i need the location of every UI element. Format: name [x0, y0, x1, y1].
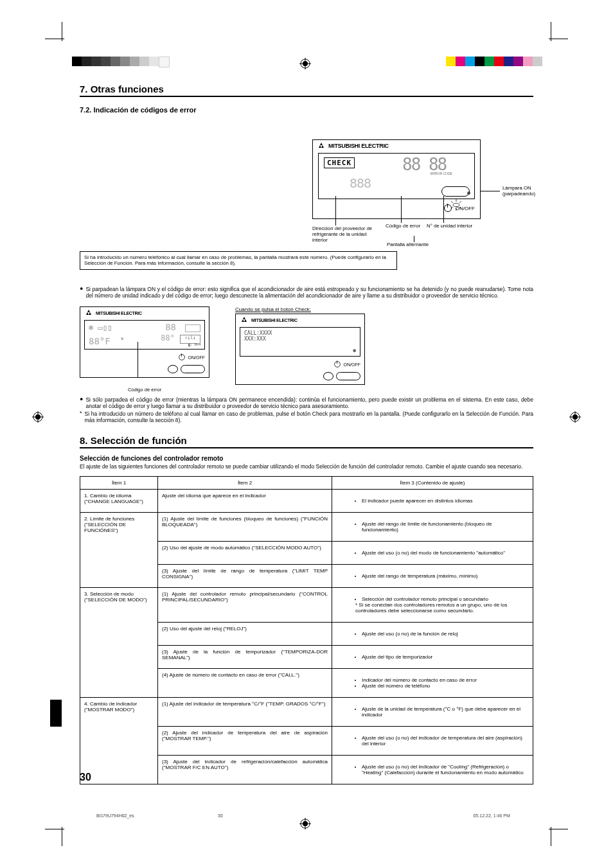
table-row: 1. Cambio de idioma ("CHANGE LANGUAGE")A…	[80, 490, 533, 513]
small-figures-row: MITSUBISHI ELECTRIC ❄ ▭▯▯ 88 88°F ⇅ 88° …	[80, 306, 533, 393]
button-shape	[336, 372, 360, 380]
table-row: 2. Límite de funciones ("SELECCIÓN DE FU…	[80, 513, 533, 542]
item1-cell: 3. Selección de modo ("SELECCIÓN DE MODO…	[80, 588, 158, 698]
table-header-1: Ítem 1	[80, 477, 158, 490]
registration-mark-icon	[32, 411, 44, 423]
svg-line-23	[459, 201, 461, 203]
remote-illustration: MITSUBISHI ELECTRIC CHECK 88 88 ERROR CO…	[312, 139, 481, 219]
remote-small-right: MITSUBISHI ELECTRIC CALL:XXXX XXX:XXX ● …	[235, 314, 365, 385]
item3-cell: El indicador puede aparecer en distintos…	[332, 490, 533, 513]
item3-cell: Ajuste del uso (o no) de la función de r…	[332, 623, 533, 646]
footer-file: BG79U794H02_es	[96, 813, 134, 818]
onoff-label: ON/OFF	[188, 355, 205, 360]
page-number: 30	[80, 772, 91, 783]
item2-cell: (4) Ajuste de número de contacto en caso…	[158, 669, 332, 698]
lamp-button-shape	[323, 372, 333, 380]
footer-page: 30	[218, 813, 223, 818]
color-bar-left	[72, 57, 170, 67]
svg-marker-26	[87, 310, 90, 312]
item2-cell: (2) Uso del ajuste del reloj ("RELOJ")	[158, 623, 332, 646]
table-row: 4. Cambio de indicador ("MOSTRAR MODO")(…	[80, 698, 533, 727]
callout-lamp: Lámpara ON (parpadeando)	[502, 186, 535, 197]
content: 7. Otras funciones 7.2. Indicación de có…	[80, 84, 533, 784]
small-fig-caption: Código de error	[80, 387, 209, 393]
power-icon	[334, 361, 341, 368]
item3-cell: Ajuste de la unidad de temperatura (°C o…	[332, 698, 533, 727]
item3-cell: Ajuste del uso (o no) del indicador de t…	[332, 727, 533, 756]
callout-refrigerant: Dirección del proveedor de refrigerante …	[312, 226, 383, 244]
section-8-intro-text: El ajuste de las siguientes funciones de…	[80, 463, 533, 470]
svg-marker-29	[243, 317, 245, 319]
item3-cell: Ajuste del uso (o no) del modo de funcio…	[332, 542, 533, 565]
bullet-2-text: Si sólo parpadea el código de error (mie…	[85, 396, 533, 409]
item2-cell: (2) Ajuste del indicador de temperatura …	[158, 727, 332, 756]
asterisk-icon: *	[80, 411, 82, 423]
svg-marker-17	[319, 145, 321, 148]
footer: BG79U794H02_es 30 05.12.22, 1:46 PM	[96, 813, 510, 818]
power-icon	[179, 354, 185, 360]
footer-datetime: 05.12.22, 1:46 PM	[474, 813, 510, 818]
mitsubishi-logo-icon	[240, 317, 249, 323]
section-8-title: 8. Selección de función	[80, 435, 533, 448]
remote-small-left: MITSUBISHI ELECTRIC ❄ ▭▯▯ 88 88°F ⇅ 88° …	[80, 306, 209, 378]
figure-large-remote: MITSUBISHI ELECTRIC CHECK 88 88 ERROR CO…	[80, 139, 533, 281]
bullet-2: ● Si sólo parpadea el código de error (m…	[80, 396, 533, 409]
brand-label: MITSUBISHI ELECTRIC	[96, 311, 142, 315]
callout-errorcode: Código de error	[386, 224, 420, 229]
item3-cell: Ajuste del rango de temperatura (máximo,…	[332, 565, 533, 588]
bullet-icon: ●	[80, 286, 83, 299]
bullet-1: ● Si parpadean la lámpara ON y el código…	[80, 286, 533, 299]
error-code-tiny-label: ERROR CODE	[431, 172, 452, 175]
svg-marker-18	[321, 145, 324, 148]
page: 7. Otras funciones 7.2. Indicación de có…	[0, 0, 613, 868]
mitsubishi-logo-icon	[84, 310, 93, 316]
svg-marker-30	[242, 319, 244, 322]
color-bar-right	[446, 57, 542, 66]
brand-label: MITSUBISHI ELECTRIC	[328, 143, 389, 149]
item2-cell: (3) Ajuste del límite de rango de temper…	[158, 565, 332, 588]
function-table: Ítem 1 Ítem 2 Ítem 3 (Contenido de ajust…	[80, 476, 533, 784]
mitsubishi-logo-icon	[317, 143, 326, 149]
brand-label: MITSUBISHI ELECTRIC	[251, 318, 298, 323]
note-box: Si ha introducido un número telefónico a…	[80, 251, 397, 270]
item1-cell: 2. Límite de funciones ("SELECCIÓN DE FU…	[80, 513, 158, 588]
bullet-icon: ●	[80, 396, 83, 409]
callout-altscreen: Pantalla alternante	[387, 242, 429, 248]
svg-marker-28	[89, 312, 91, 315]
registration-mark-icon	[569, 411, 581, 423]
seven-segment-mid: 888	[350, 175, 371, 191]
item2-cell: (1) Ajuste del límite de funciones (bloq…	[158, 513, 332, 542]
lcd-small: ❄ ▭▯▯ 88 88°F ⇅ 88° ⚡ılı ◐ ⌧⟶	[84, 320, 205, 350]
onoff-label: ON/OFF	[344, 362, 360, 367]
star-note: * Si ha introducido un número de teléfon…	[80, 411, 533, 423]
bullet-1-text: Si parpadean la lámpara ON y el código d…	[85, 286, 533, 299]
item2-cell: Ajuste del idioma que aparece en el indi…	[158, 490, 332, 513]
svg-marker-31	[244, 319, 247, 322]
item3-cell: Selección del controlador remoto princip…	[332, 588, 533, 623]
side-tab	[50, 700, 62, 727]
item1-cell: 1. Cambio de idioma ("CHANGE LANGUAGE")	[80, 490, 158, 513]
table-header-3: Ítem 3 (Contenido de ajuste)	[332, 477, 533, 490]
registration-mark-icon	[299, 58, 311, 69]
section-7-title: 7. Otras funciones	[80, 84, 533, 97]
callout-unitno: N° de unidad interior	[427, 224, 472, 229]
button-shape	[181, 365, 205, 373]
lcd-small: CALL:XXXX XXX:XXX ●	[240, 327, 360, 357]
check-indicator: CHECK	[324, 157, 355, 168]
svg-marker-16	[320, 143, 323, 145]
item3-cell: Indicador del número de contacto en caso…	[332, 669, 533, 698]
table-header-2: Ítem 2	[158, 477, 332, 490]
svg-marker-27	[86, 312, 89, 315]
item2-cell: (1) Ajuste del indicador de temperatura …	[158, 698, 332, 727]
svg-point-19	[453, 204, 459, 207]
item1-cell: 4. Cambio de indicador ("MOSTRAR MODO")	[80, 698, 158, 784]
svg-line-22	[451, 201, 453, 203]
item3-cell: Ajuste del tipo de temporizador	[332, 646, 533, 669]
lamp-button-shape	[168, 365, 178, 373]
button-shape	[441, 186, 470, 197]
item2-cell: (3) Ajuste de la función de temporizador…	[158, 646, 332, 669]
item2-cell: (1) Ajuste del controlador remoto princi…	[158, 588, 332, 623]
svg-line-24	[451, 207, 453, 209]
item3-cell: Ajuste del uso (o no) del indicador de "…	[332, 756, 533, 784]
registration-mark-icon	[299, 818, 311, 829]
